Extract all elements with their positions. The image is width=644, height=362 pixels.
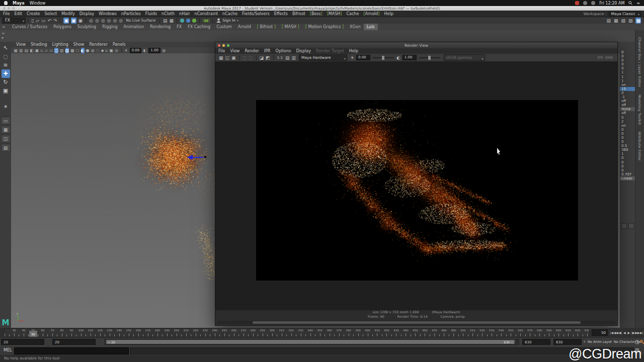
animation-end-field[interactable]: 630	[553, 339, 582, 345]
panel-menu-view[interactable]: View	[16, 42, 26, 47]
gamma-field[interactable]: 1.00	[403, 55, 417, 60]
menu-effects[interactable]: Effects	[274, 12, 288, 16]
menu-create[interactable]: Create	[27, 12, 40, 16]
shelf-tab-mash[interactable]: [ MASH ]	[279, 24, 302, 30]
viewport-toolbar-icon[interactable]: ▱	[45, 48, 48, 53]
make-live-icon[interactable]: ◎	[119, 18, 123, 24]
go-to-end-button[interactable]: ▶|	[640, 329, 644, 336]
shelf-tab-rigging[interactable]: Rigging	[99, 24, 120, 30]
play-backward-button[interactable]: ◀	[623, 329, 627, 336]
playback-start-field[interactable]: 20	[52, 339, 96, 345]
menu-file[interactable]: File	[3, 12, 10, 16]
channel-value[interactable]: 1	[620, 75, 635, 79]
menu-edit[interactable]: Edit	[14, 12, 22, 16]
render-view-menu-view[interactable]: View	[230, 49, 239, 53]
save-image-icon[interactable]: ▤	[285, 55, 290, 60]
command-input[interactable]	[14, 347, 129, 354]
menu-bifrost[interactable]: Bifrost	[292, 12, 305, 16]
menu-fluids[interactable]: Fluids	[145, 12, 157, 16]
snap-projected-center-icon[interactable]: ◎	[107, 18, 111, 24]
channel-value[interactable]: 0	[620, 160, 635, 164]
select-component-icon[interactable]: ▣	[78, 18, 83, 24]
channel-value[interactable]: 0	[620, 66, 635, 70]
channel-value[interactable]: 1	[620, 70, 635, 74]
snap-grid-icon[interactable]: ◎	[89, 18, 93, 24]
last-tool-icon[interactable]: ∗	[2, 102, 10, 111]
viewport-toolbar-icon[interactable]: ▧	[60, 48, 64, 53]
auto-keyframe-icon[interactable]	[640, 340, 644, 344]
new-scene-icon[interactable]: ▯	[31, 18, 34, 24]
viewport-toolbar-icon[interactable]: ▭	[49, 48, 53, 53]
channel-value[interactable]: 0	[620, 132, 635, 136]
render-view-menu-display[interactable]: Display	[296, 49, 311, 53]
select-hierarchy-icon[interactable]: ▣	[63, 18, 69, 24]
panel-menu-lighting[interactable]: Lighting	[52, 42, 68, 47]
menubar-clock[interactable]: Fri 12:20 AM	[599, 1, 624, 6]
ipr-render-icon[interactable]: ▢	[243, 55, 247, 60]
viewport-canvas-particles[interactable]	[11, 53, 215, 328]
render-view-menu-render[interactable]: Render	[245, 49, 259, 53]
construction-history-icon[interactable]: ▤	[163, 18, 168, 24]
viewport-toolbar-icon[interactable]: ▨	[65, 48, 69, 53]
channel-value[interactable]: None	[620, 107, 635, 111]
open-image-icon[interactable]: ▥	[291, 55, 296, 60]
four-pane-layout-button[interactable]: ▦	[1, 126, 11, 134]
menu-nconstraint[interactable]: nConstraint	[195, 12, 218, 16]
viewport-gamma-field[interactable]: 1.00	[148, 48, 160, 53]
panel-menu-show[interactable]: Show	[73, 42, 85, 47]
channel-value[interactable]: 0.5	[620, 144, 635, 148]
spotlight-search-icon[interactable]	[628, 1, 632, 5]
shelf-tab-fx-caching[interactable]: FX Caching	[185, 24, 213, 30]
exposure-icon[interactable]: ☀	[124, 48, 128, 53]
shelf-tab-motion-graphics[interactable]: [ Motion Graphics ]	[302, 24, 347, 30]
select-tool-icon[interactable]: ↖	[2, 44, 10, 52]
notification-center-icon[interactable]: ≡	[636, 1, 640, 6]
toggle-channel-box-icon[interactable]: ▩	[635, 18, 641, 24]
shelf-tab-xgen[interactable]: XGen	[347, 24, 364, 30]
viewport-toolbar-icon[interactable]: ◐	[81, 48, 85, 53]
viewport-toolbar-icon[interactable]: ▥	[19, 48, 23, 53]
render-current-frame-icon[interactable]	[180, 19, 184, 23]
viewport-toolbar-icon[interactable]: ▤	[25, 48, 29, 53]
step-forward-key-button[interactable]: ▶▶	[635, 329, 639, 336]
sidebar-tab-modeling-toolkit[interactable]: Modeling Toolkit	[637, 95, 641, 125]
command-language-label[interactable]: MEL	[4, 348, 12, 352]
display-layer-icon[interactable]	[628, 223, 634, 229]
menu-boss[interactable]: [Boss]	[310, 12, 323, 16]
channel-value[interactable]: 0	[620, 156, 635, 160]
viewport-toolbar-icon[interactable]: ◌	[96, 48, 100, 53]
single-pane-layout-button[interactable]: ▭	[1, 117, 11, 125]
channel-value[interactable]: 1	[620, 152, 635, 156]
play-forward-button[interactable]: ▶	[627, 329, 631, 336]
viewport-exposure-field[interactable]: 0.00	[130, 48, 142, 53]
channel-value[interactable]: on	[620, 124, 635, 128]
menu-ncloth[interactable]: nCloth	[162, 12, 175, 16]
range-slider-bar[interactable]: ⊞ 20 630 ⊞	[106, 340, 515, 344]
channel-value[interactable]: -1	[620, 95, 635, 99]
remove-image-icon[interactable]: ◩	[266, 55, 270, 60]
channel-value[interactable]: 0	[620, 128, 635, 132]
snap-point-icon[interactable]: ◎	[101, 18, 105, 24]
go-to-start-button[interactable]: |◀	[610, 329, 614, 336]
select-object-icon[interactable]: ▣	[71, 18, 76, 24]
render-view-menu-ipr[interactable]: IPR	[264, 49, 271, 53]
menu-display[interactable]: Display	[79, 12, 95, 16]
shelf-tab-custom[interactable]: Custom	[213, 24, 235, 30]
viewport-toolbar-icon[interactable]: ▫	[105, 48, 108, 53]
range-slider-track[interactable]: ⊞ 20 630 ⊞	[105, 339, 519, 345]
menu-help[interactable]: Help	[384, 12, 393, 16]
timeline-ruler[interactable]: 3040506070809010011012013014015016017018…	[4, 328, 590, 337]
toggle-outliner-icon[interactable]: ▧	[621, 18, 625, 24]
sidebar-tab-attribute-editor[interactable]: Attribute Editor	[637, 132, 641, 161]
shelf-tab-animation[interactable]: Animation	[120, 24, 147, 30]
channel-value[interactable]: 0	[620, 164, 635, 168]
shelf-tab-bifrost[interactable]: [ Bifrost ]	[254, 24, 279, 30]
panel-menu-renderer[interactable]: Renderer	[89, 42, 108, 47]
viewport-toolbar-icon[interactable]: ▪	[101, 48, 104, 53]
viewport-toolbar-icon[interactable]: ◫	[54, 48, 58, 53]
toggle-attribute-editor-icon[interactable]: ▨	[628, 18, 633, 24]
shelf-menu-icon[interactable]: ≡	[2, 25, 6, 29]
sign-in-button[interactable]: Sign In	[222, 18, 235, 23]
scrollbar-thumb[interactable]	[253, 321, 581, 324]
macos-menu-window[interactable]: Window	[30, 1, 46, 6]
